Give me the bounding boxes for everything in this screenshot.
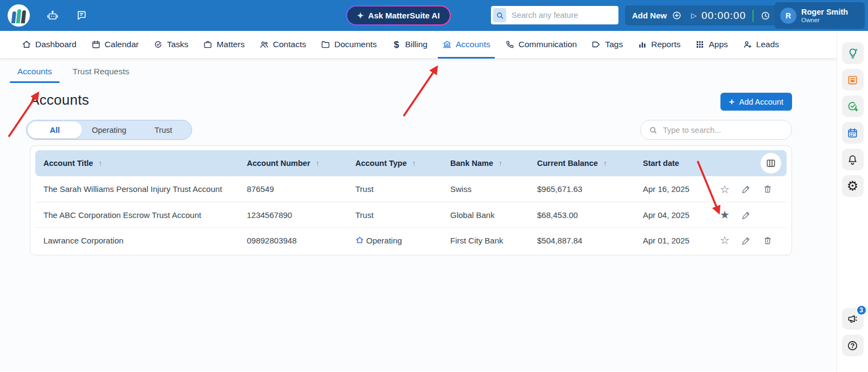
nav-item-billing[interactable]: $ Billing [392, 31, 427, 59]
nav-label: Tasks [167, 40, 189, 49]
nav-item-tasks[interactable]: Tasks [154, 31, 189, 59]
folder-icon [321, 40, 330, 49]
chat-messages-icon[interactable] [75, 9, 88, 22]
nav-label: Matters [216, 40, 245, 49]
contacts-people-icon [259, 40, 269, 49]
nav-item-communication[interactable]: Communication [505, 31, 577, 59]
time-tracker-widget[interactable]: ▷ 00:00:00 [685, 5, 777, 25]
nav-label: Calendar [105, 40, 139, 49]
question-mark: ? [851, 342, 855, 350]
ask-mattersuite-ai-button[interactable]: ✦ Ask MatterSuite AI [346, 5, 451, 25]
nav-item-accounts[interactable]: Accounts [442, 31, 490, 59]
nav-label: Billing [405, 40, 427, 49]
calendar-button[interactable] [842, 122, 864, 144]
cell-current-balance: $965,671.63 [537, 184, 643, 194]
sort-icon[interactable]: ↑ [603, 159, 607, 168]
tag-icon [591, 40, 601, 49]
note-icon [846, 74, 859, 86]
cell-account-title: The Sarah Williams Personal Injury Trust… [35, 184, 247, 194]
table-search-input[interactable] [663, 126, 784, 134]
nav-item-apps[interactable]: Apps [695, 31, 727, 59]
table-search [640, 120, 792, 140]
notes-button[interactable] [842, 69, 864, 91]
sort-icon[interactable]: ↑ [499, 159, 502, 168]
cell-start-date: Apr 16, 2025 [643, 184, 707, 194]
edit-pencil-icon[interactable] [741, 184, 751, 194]
tab-label: Accounts [17, 67, 52, 76]
filter-all[interactable]: All [28, 121, 82, 138]
nav-item-matters[interactable]: Matters [203, 31, 245, 59]
cell-account-number: 876549 [247, 184, 355, 194]
cell-account-type: Trust [355, 210, 450, 220]
nav-item-calendar[interactable]: Calendar [91, 31, 139, 59]
settings-button[interactable]: ⚙ [842, 175, 864, 197]
global-search-input[interactable] [506, 11, 618, 20]
nav-label: Reports [651, 40, 680, 49]
sort-icon[interactable]: ↑ [99, 159, 103, 168]
add-new-button[interactable]: Add New [625, 5, 689, 25]
tab-trust-requests[interactable]: Trust Requests [73, 59, 130, 84]
tab-label: Trust Requests [73, 67, 130, 76]
play-icon[interactable]: ▷ [691, 11, 697, 20]
add-task-button[interactable] [842, 95, 864, 117]
bar-chart-icon [637, 40, 647, 49]
filter-trust[interactable]: Trust [136, 121, 190, 138]
delete-trash-icon[interactable] [763, 184, 773, 194]
briefcase-icon [203, 40, 213, 49]
accounts-page: Accounts + Add Account All Operating Tru… [0, 84, 837, 372]
col-bank-name: Bank Name↑ [450, 159, 537, 168]
ideas-button[interactable] [842, 42, 864, 64]
favorite-star-icon-filled[interactable]: ★ [720, 209, 730, 220]
clock-icon[interactable] [760, 10, 771, 21]
accounts-table: Account Title↑ Account Number↑ Account T… [30, 145, 792, 255]
avatar: R [780, 8, 796, 24]
mattersuite-logo[interactable] [8, 4, 30, 27]
user-profile-menu[interactable]: R Roger Smith Owner [775, 2, 865, 29]
ai-assistant-robot-icon[interactable] [46, 9, 59, 22]
delete-trash-icon[interactable] [763, 235, 773, 246]
dollar-icon: $ [392, 40, 401, 49]
table-row[interactable]: Lawrance Corporation 09892803948 Operati… [35, 227, 787, 253]
gear-icon: ⚙ [847, 179, 859, 193]
user-name: Roger Smith [801, 8, 848, 17]
edit-pencil-icon[interactable] [741, 210, 751, 220]
row-actions: ☆ [707, 184, 787, 195]
accounts-subtabs: Accounts Trust Requests [0, 59, 837, 84]
bank-icon [442, 40, 452, 49]
edit-pencil-icon[interactable] [741, 235, 751, 246]
column-settings-button[interactable] [761, 153, 781, 174]
sort-icon[interactable]: ↑ [316, 159, 320, 168]
help-button[interactable]: ? [842, 335, 864, 356]
row-actions: ☆ [707, 235, 787, 246]
global-search [491, 6, 618, 24]
home-icon [22, 40, 31, 49]
ask-ai-label: Ask MatterSuite AI [368, 11, 440, 20]
columns-view-icon [765, 158, 776, 169]
nav-item-leads[interactable]: Leads [743, 31, 779, 59]
nav-item-contacts[interactable]: Contacts [259, 31, 306, 59]
nav-item-reports[interactable]: Reports [637, 31, 680, 59]
right-utility-sidebar: ⚙ 3 ? [837, 31, 868, 372]
notifications-button[interactable] [842, 149, 864, 170]
nav-item-documents[interactable]: Documents [321, 31, 376, 59]
filter-operating[interactable]: Operating [82, 121, 136, 138]
favorite-star-icon[interactable]: ☆ [720, 235, 730, 246]
table-row[interactable]: The ABC Corporation Escrow Trust Account… [35, 202, 787, 227]
cell-current-balance: $68,453.00 [537, 210, 643, 220]
tab-accounts[interactable]: Accounts [17, 59, 52, 84]
main-navigation: Dashboard Calendar Tasks Matters Contact… [0, 31, 837, 59]
cell-account-title: Lawrance Corporation [35, 236, 247, 245]
add-account-button[interactable]: + Add Account [720, 93, 792, 111]
announcements-button[interactable]: 3 [842, 308, 864, 330]
lightbulb-icon [846, 47, 859, 60]
nav-item-tags[interactable]: Tags [591, 31, 623, 59]
cell-bank-name: Swiss [450, 184, 537, 194]
announcements-badge: 3 [856, 305, 867, 316]
timer-divider [752, 10, 754, 22]
calendar-icon [91, 40, 101, 49]
sort-icon[interactable]: ↑ [412, 159, 416, 168]
plus-icon: + [729, 97, 735, 107]
favorite-star-icon[interactable]: ☆ [720, 184, 730, 195]
nav-item-dashboard[interactable]: Dashboard [22, 31, 76, 59]
table-row[interactable]: The Sarah Williams Personal Injury Trust… [35, 176, 787, 202]
